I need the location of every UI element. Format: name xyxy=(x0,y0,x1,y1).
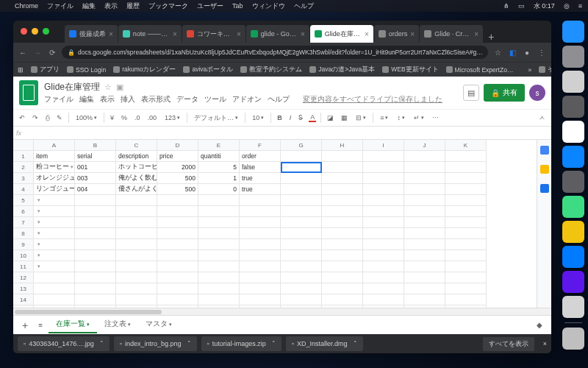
cell[interactable] xyxy=(281,173,322,184)
cell[interactable]: serial xyxy=(75,151,116,162)
cell[interactable] xyxy=(363,206,404,217)
cell[interactable] xyxy=(240,261,281,272)
dock-app-icon[interactable] xyxy=(562,196,584,218)
dock-app-icon[interactable] xyxy=(562,46,584,68)
column-header[interactable]: H xyxy=(322,140,363,151)
add-sheet-button[interactable]: + xyxy=(18,319,32,331)
cell[interactable] xyxy=(445,283,487,294)
cell[interactable] xyxy=(75,283,116,294)
cell[interactable] xyxy=(34,294,75,305)
cell[interactable] xyxy=(34,228,75,239)
cell[interactable] xyxy=(404,272,445,283)
battery-icon[interactable]: ▭ xyxy=(518,2,525,10)
cell[interactable] xyxy=(445,294,487,305)
browser-tab[interactable]: コワーキングス× xyxy=(182,25,245,43)
cell[interactable] xyxy=(281,206,322,217)
close-icon[interactable]: × xyxy=(474,30,478,38)
download-item[interactable]: ▫43036340_1476….jpg˄ xyxy=(18,336,110,351)
column-header[interactable]: B xyxy=(75,140,116,151)
bookmark-item[interactable]: rakumoカレンダー xyxy=(113,66,176,74)
wifi-icon[interactable]: ⋔ xyxy=(503,2,509,10)
close-icon[interactable]: × xyxy=(410,30,415,38)
cell[interactable] xyxy=(445,206,487,217)
browser-tab[interactable]: Glide在庫管理× xyxy=(310,25,373,43)
row-header[interactable]: 8 xyxy=(13,228,34,239)
cell[interactable] xyxy=(322,228,363,239)
cell[interactable] xyxy=(75,294,116,305)
extension-icon[interactable]: ◧ xyxy=(507,49,517,57)
sheets-menu-item[interactable]: データ xyxy=(176,95,198,105)
cell[interactable] xyxy=(157,206,198,217)
close-icon[interactable]: × xyxy=(301,30,305,38)
column-header[interactable]: A xyxy=(34,140,75,151)
cell[interactable] xyxy=(404,184,445,195)
column-header[interactable]: C xyxy=(116,140,157,151)
cell[interactable] xyxy=(445,195,487,206)
dock-app-icon[interactable] xyxy=(562,146,584,168)
cell[interactable] xyxy=(116,294,157,305)
row-header[interactable]: 12 xyxy=(13,272,34,283)
document-title[interactable]: Glide在庫管理 xyxy=(44,81,100,93)
cell[interactable] xyxy=(322,250,363,261)
column-header[interactable]: I xyxy=(363,140,404,151)
dock-app-icon[interactable] xyxy=(562,271,584,293)
horizontal-scrollbar[interactable] xyxy=(13,308,551,315)
cell[interactable] xyxy=(445,228,487,239)
keep-addon-icon[interactable] xyxy=(540,165,549,174)
star-button[interactable]: ☆ xyxy=(492,49,503,57)
close-icon[interactable]: × xyxy=(173,30,177,38)
strike-button[interactable]: S̶ xyxy=(297,114,304,121)
cell[interactable] xyxy=(198,283,240,294)
cell[interactable] xyxy=(34,239,75,250)
cell[interactable] xyxy=(116,217,157,228)
fill-color-button[interactable]: ◪ xyxy=(326,114,335,121)
menu-edit[interactable]: 編集 xyxy=(82,1,96,11)
cell[interactable] xyxy=(404,261,445,272)
sheets-menu-item[interactable]: ヘルプ xyxy=(268,95,290,105)
cell[interactable] xyxy=(322,195,363,206)
cell[interactable] xyxy=(363,217,404,228)
cell[interactable] xyxy=(281,184,322,195)
chevron-up-icon[interactable]: ˄ xyxy=(272,340,276,347)
chevron-up-icon[interactable]: ˄ xyxy=(354,340,357,347)
sheets-logo-icon[interactable] xyxy=(19,80,38,105)
cell[interactable] xyxy=(404,239,445,250)
cell[interactable] xyxy=(157,250,198,261)
menu-user[interactable]: ユーザー xyxy=(197,1,223,11)
sheet-tab[interactable]: 在庫一覧 xyxy=(49,316,97,333)
cell[interactable] xyxy=(198,195,240,206)
close-icon[interactable]: × xyxy=(237,30,241,38)
cell[interactable] xyxy=(116,283,157,294)
cell[interactable]: オレンジジュ xyxy=(34,173,75,184)
cell[interactable] xyxy=(116,195,157,206)
cell[interactable] xyxy=(281,250,322,261)
row-header[interactable]: 13 xyxy=(13,283,34,294)
cell[interactable] xyxy=(157,261,198,272)
cell[interactable] xyxy=(34,206,75,217)
cell[interactable] xyxy=(240,239,281,250)
cell[interactable] xyxy=(240,272,281,283)
download-item[interactable]: ▫tutorial-images.zip˄ xyxy=(201,336,282,351)
row-header[interactable]: 9 xyxy=(13,239,34,250)
cell[interactable] xyxy=(75,195,116,206)
cell[interactable] xyxy=(404,195,445,206)
cell[interactable] xyxy=(281,162,322,173)
column-header[interactable]: J xyxy=(404,140,445,151)
cell[interactable]: true xyxy=(240,184,281,195)
browser-tab[interactable]: Glide · Create A× xyxy=(420,25,483,43)
chevron-up-icon[interactable]: ˄ xyxy=(187,340,191,347)
share-button[interactable]: 🔒 共有 xyxy=(484,84,525,102)
account-avatar[interactable]: s xyxy=(529,85,545,101)
menu-bookmarks[interactable]: ブックマーク xyxy=(148,1,188,11)
cell[interactable] xyxy=(198,228,240,239)
cell[interactable]: ホットコーヒー用 xyxy=(116,162,157,173)
cell[interactable] xyxy=(116,239,157,250)
show-all-downloads[interactable]: すべてを表示 xyxy=(483,337,534,351)
cell[interactable] xyxy=(404,206,445,217)
tasks-addon-icon[interactable] xyxy=(540,184,549,193)
cell[interactable] xyxy=(75,217,116,228)
cell[interactable] xyxy=(363,228,404,239)
cell[interactable] xyxy=(404,151,445,162)
cell[interactable] xyxy=(445,261,487,272)
dock-app-icon[interactable] xyxy=(562,221,584,243)
